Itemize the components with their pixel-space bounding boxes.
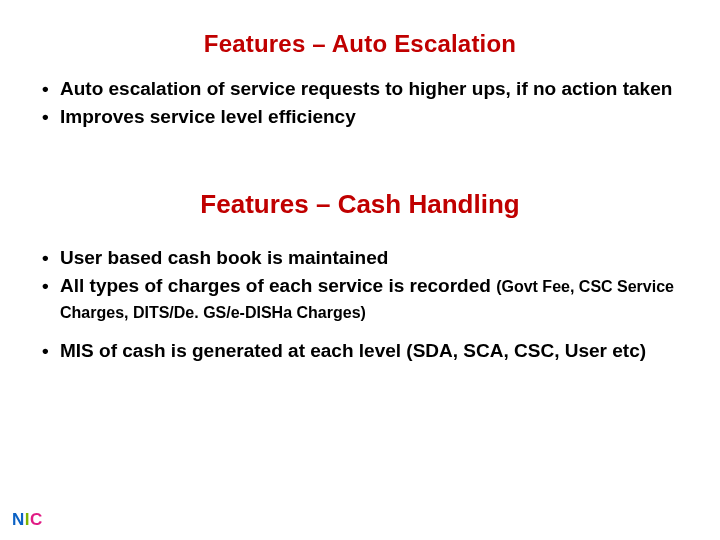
list-item: MIS of cash is generated at each level (… — [40, 338, 680, 364]
logo-letter-c: C — [30, 510, 43, 529]
section1-bullets: Auto escalation of service requests to h… — [30, 76, 690, 129]
section2-bullets: User based cash book is maintained All t… — [30, 245, 690, 364]
list-item: Auto escalation of service requests to h… — [40, 76, 680, 102]
nic-logo: NIC — [12, 510, 43, 530]
bullet-text: All types of charges of each service is … — [60, 275, 491, 296]
logo-letter-n: N — [12, 510, 25, 529]
section2-heading: Features – Cash Handling — [30, 189, 690, 220]
section2-block: User based cash book is maintained All t… — [30, 245, 690, 364]
list-item: Improves service level efficiency — [40, 104, 680, 130]
section1-heading: Features – Auto Escalation — [30, 30, 690, 58]
slide: Features – Auto Escalation Auto escalati… — [0, 0, 720, 540]
list-item: All types of charges of each service is … — [40, 273, 680, 324]
list-item: User based cash book is maintained — [40, 245, 680, 271]
